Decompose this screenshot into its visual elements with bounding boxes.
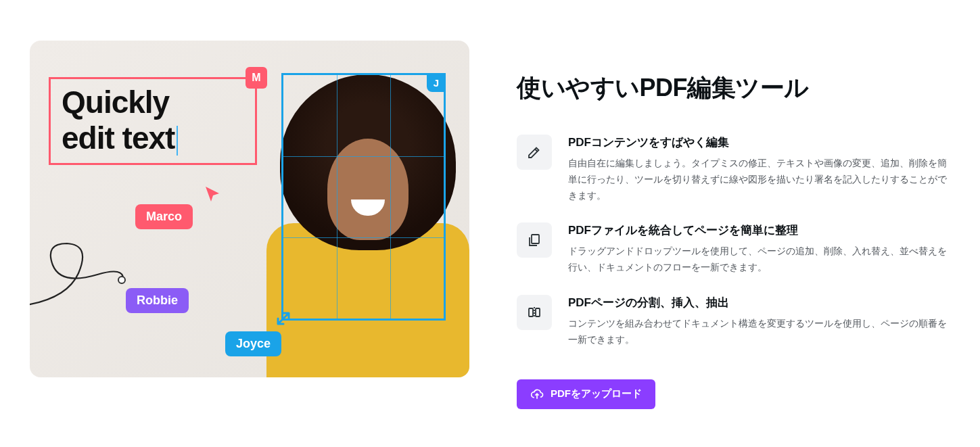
- collaborator-pill-joyce: Joyce: [225, 331, 281, 356]
- collaborator-badge-m: M: [246, 67, 267, 89]
- text-cursor: [177, 126, 178, 156]
- collaborator-pill-marco: Marco: [135, 204, 193, 229]
- text-line-2: edit text: [62, 120, 244, 156]
- svg-rect-0: [532, 235, 539, 243]
- feature-organize: PDFファイルを統合してページを簡単に整理 ドラッグアンドドロップツールを使用し…: [517, 222, 950, 276]
- resize-handle-icon[interactable]: [275, 310, 291, 327]
- split-page-icon: [517, 295, 552, 330]
- svg-rect-2: [536, 308, 540, 316]
- page-container: Quickly edit text M J Marco Robbie Joyce…: [0, 0, 980, 409]
- feature-edit: PDFコンテンツをすばやく編集 自由自在に編集しましょう。タイプミスの修正、テキ…: [517, 135, 950, 204]
- feature-split: PDFページの分割、挿入、抽出 コンテンツを組み合わせてドキュメント構造を変更す…: [517, 295, 950, 348]
- cloud-upload-icon: [530, 387, 544, 401]
- cta-label: PDFをアップロード: [551, 387, 642, 400]
- feature-title: PDFコンテンツをすばやく編集: [568, 135, 950, 150]
- hero-graphic: Quickly edit text M J Marco Robbie Joyce: [30, 41, 469, 377]
- edit-pencil-icon: [517, 135, 552, 170]
- svg-rect-1: [529, 308, 533, 316]
- path-endpoint-dot: [118, 276, 126, 284]
- feature-title: PDFファイルを統合してページを簡単に整理: [568, 222, 950, 238]
- feature-desc: ドラッグアンドドロップツールを使用して、ページの追加、削除、入れ替え、並べ替えを…: [568, 243, 950, 276]
- feature-title: PDFページの分割、挿入、抽出: [568, 295, 950, 310]
- collaborator-pill-robbie: Robbie: [126, 288, 189, 313]
- pages-stack-icon: [517, 222, 552, 258]
- text-line-1: Quickly: [62, 85, 244, 120]
- feature-desc: 自由自在に編集しましょう。タイプミスの修正、テキストや画像の変更、追加、削除を簡…: [568, 156, 950, 204]
- feature-desc: コンテンツを組み合わせてドキュメント構造を変更するツールを使用し、ページの順番を…: [568, 316, 950, 348]
- collaborator-badge-j: J: [427, 73, 446, 92]
- image-crop-frame[interactable]: J: [281, 73, 446, 321]
- upload-pdf-button[interactable]: PDFをアップロード: [517, 379, 655, 409]
- editable-text-box[interactable]: Quickly edit text M: [49, 77, 257, 165]
- content-column: 使いやすいPDF編集ツール PDFコンテンツをすばやく編集 自由自在に編集しまし…: [517, 41, 950, 409]
- collaborator-cursor-icon: [204, 185, 222, 203]
- section-heading: 使いやすいPDF編集ツール: [517, 72, 950, 105]
